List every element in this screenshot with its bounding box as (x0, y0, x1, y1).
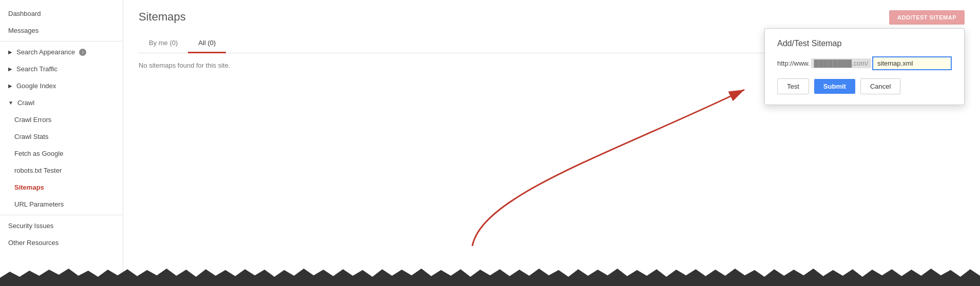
sidebar-item-label: Other Resources (8, 239, 59, 247)
sidebar-item-robots-tester[interactable]: robots.txt Tester (0, 162, 123, 179)
sidebar-item-messages[interactable]: Messages (0, 22, 123, 39)
popup-url-row: http://www. ████████.com/ (777, 56, 952, 70)
popup-title: Add/Test Sitemap (777, 39, 952, 48)
sidebar-item-label: Search Traffic (16, 65, 57, 73)
sidebar-item-label: Crawl Errors (14, 116, 51, 124)
test-button[interactable]: Test (777, 78, 809, 94)
info-icon: i (79, 49, 86, 56)
page-title: Sitemaps (139, 10, 965, 24)
sidebar-item-dashboard[interactable]: Dashboard (0, 5, 123, 22)
sidebar-item-search-traffic[interactable]: ▶ Search Traffic (0, 60, 123, 77)
chevron-right-icon: ▶ (8, 49, 12, 55)
sitemap-url-input[interactable] (872, 56, 952, 70)
sidebar-item-other-resources[interactable]: Other Resources (0, 234, 123, 251)
chevron-right-icon: ▶ (8, 83, 12, 89)
sidebar-item-crawl[interactable]: ▼ Crawl (0, 94, 123, 111)
chevron-down-icon: ▼ (8, 100, 13, 106)
sidebar-item-google-index[interactable]: ▶ Google Index (0, 77, 123, 94)
sidebar-divider (0, 41, 123, 42)
sidebar-item-fetch-as-google[interactable]: Fetch as Google (0, 145, 123, 162)
sidebar-item-label: Fetch as Google (14, 150, 63, 157)
popup-url-domain: ████████.com/ (811, 58, 871, 68)
sidebar-item-label: Search Appearance (16, 48, 75, 56)
sidebar-item-label: Messages (8, 27, 39, 34)
sidebar-item-search-appearance[interactable]: ▶ Search Appearance i (0, 44, 123, 60)
sidebar-item-label: robots.txt Tester (14, 167, 62, 174)
sidebar-item-crawl-stats[interactable]: Crawl Stats (0, 128, 123, 145)
sidebar-item-url-parameters[interactable]: URL Parameters (0, 196, 123, 213)
tab-all[interactable]: All (0) (188, 34, 226, 53)
popup-url-prefix: http://www. (777, 59, 810, 67)
sidebar-item-sitemaps[interactable]: Sitemaps (0, 179, 123, 196)
cancel-button[interactable]: Cancel (860, 78, 900, 94)
sidebar-item-crawl-errors[interactable]: Crawl Errors (0, 111, 123, 128)
sidebar: Dashboard Messages ▶ Search Appearance i… (0, 0, 123, 286)
sidebar-divider-2 (0, 215, 123, 215)
sidebar-item-label: Crawl (17, 99, 34, 107)
sidebar-item-label: Google Index (16, 82, 56, 90)
main-content: Sitemaps ADD/TEST SITEMAP By me (0) All … (123, 0, 980, 286)
sidebar-item-label: Dashboard (8, 10, 41, 17)
add-test-sitemap-button[interactable]: ADD/TEST SITEMAP (889, 10, 965, 25)
tab-by-me[interactable]: By me (0) (139, 34, 188, 53)
submit-button[interactable]: Submit (814, 79, 855, 94)
chevron-right-icon: ▶ (8, 66, 12, 72)
popup-actions: Test Submit Cancel (777, 78, 952, 94)
add-test-sitemap-popup: Add/Test Sitemap http://www. ████████.co… (764, 28, 965, 105)
sidebar-item-label: URL Parameters (14, 200, 64, 208)
sidebar-item-label: Sitemaps (14, 183, 44, 191)
sidebar-item-label: Security Issues (8, 222, 53, 230)
sidebar-item-security-issues[interactable]: Security Issues (0, 217, 123, 234)
sidebar-item-label: Crawl Stats (14, 133, 48, 140)
